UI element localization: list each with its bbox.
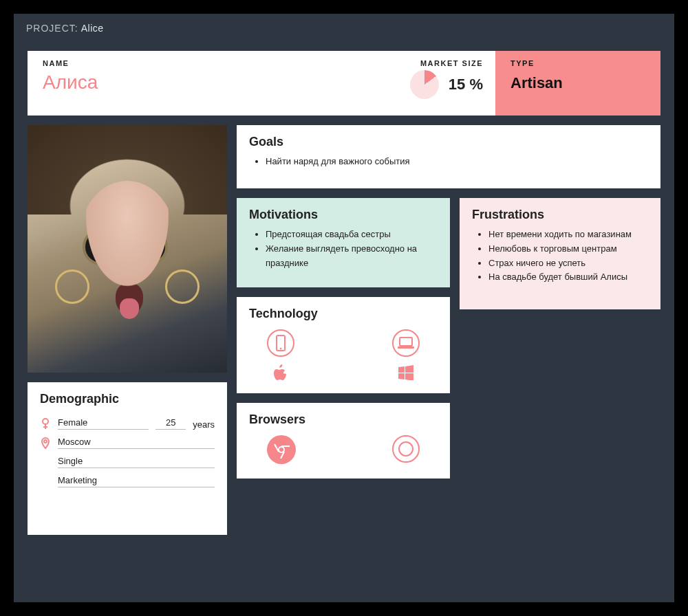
location-value: Moscow xyxy=(58,435,215,449)
motivations-card: Motivations Предстоящая свадьба сестры Ж… xyxy=(237,198,450,287)
motivations-title: Motivations xyxy=(249,208,438,222)
frustrations-card: Frustrations Нет времени ходить по магаз… xyxy=(460,198,660,309)
goals-list: Найти наряд для важного события xyxy=(249,155,648,169)
market-size-pie-icon xyxy=(410,70,439,99)
goals-title: Goals xyxy=(249,135,648,149)
project-label: PROJECT: xyxy=(26,23,78,34)
svg-point-5 xyxy=(44,440,47,443)
list-item: Желание выглядеть превосходно на праздни… xyxy=(266,242,438,271)
persona-photo xyxy=(28,125,227,373)
windows-icon xyxy=(397,364,415,382)
demographic-title: Demographic xyxy=(40,392,215,406)
frustrations-list: Нет времени ходить по магазинам Нелюбовь… xyxy=(472,228,648,285)
status-value: Single xyxy=(58,454,215,468)
svg-point-4 xyxy=(43,419,48,424)
svg-rect-2 xyxy=(400,338,412,346)
header-row: NAME Алиса MARKET SIZE 15 % TYPE Artisan xyxy=(28,51,660,116)
persona-canvas: PROJECT: Alice NAME Алиса MARKET SIZE 15… xyxy=(14,14,674,602)
demographic-card: Demographic Female 25 years Moscow Singl… xyxy=(28,382,227,535)
laptop-icon xyxy=(392,329,420,357)
phone-icon xyxy=(267,329,294,357)
age-value: 25 xyxy=(155,416,186,430)
svg-point-1 xyxy=(280,348,282,350)
name-value: Алиса xyxy=(43,72,308,94)
list-item: Нелюбовь к торговым центрам xyxy=(488,242,648,256)
market-size-block: MARKET SIZE 15 % xyxy=(323,51,495,116)
goals-card: Goals Найти наряд для важного события xyxy=(237,125,660,188)
type-value: Artisan xyxy=(510,74,645,92)
chrome-icon xyxy=(267,435,296,464)
browsers-title: Browsers xyxy=(249,412,438,427)
frustrations-title: Frustrations xyxy=(472,208,648,222)
browsers-card: Browsers xyxy=(237,403,450,478)
svg-point-9 xyxy=(399,442,413,456)
svg-point-8 xyxy=(279,448,283,452)
technology-card: Technology xyxy=(237,297,450,393)
list-item: Найти наряд для важного события xyxy=(266,155,648,169)
occupation-value: Marketing xyxy=(58,474,215,487)
svg-rect-3 xyxy=(398,346,414,349)
project-bar: PROJECT: Alice xyxy=(14,14,674,43)
safari-icon xyxy=(392,435,420,463)
list-item: Предстоящая свадьба сестры xyxy=(266,228,438,242)
apple-icon xyxy=(272,364,290,382)
age-unit: years xyxy=(193,419,215,430)
project-value: Alice xyxy=(81,23,104,34)
motivations-list: Предстоящая свадьба сестры Желание выгля… xyxy=(249,228,438,270)
market-size-label: MARKET SIZE xyxy=(420,59,483,67)
market-size-value: 15 % xyxy=(449,76,483,94)
name-block: NAME Алиса xyxy=(28,51,323,116)
name-label: NAME xyxy=(43,59,308,67)
gender-icon xyxy=(40,417,51,430)
list-item: На свадьбе будет бывший Алисы xyxy=(488,270,648,285)
list-item: Страх ничего не успеть xyxy=(488,256,648,271)
technology-title: Technology xyxy=(249,307,438,321)
gender-value: Female xyxy=(58,416,149,430)
location-icon xyxy=(40,437,51,449)
type-block: TYPE Artisan xyxy=(495,51,660,116)
list-item: Нет времени ходить по магазинам xyxy=(488,228,648,242)
type-label: TYPE xyxy=(510,59,645,67)
